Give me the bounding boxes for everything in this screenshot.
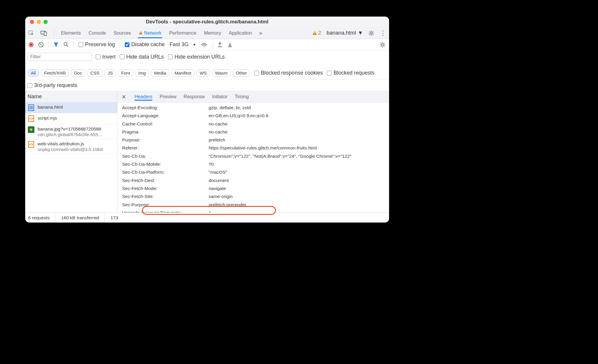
js-icon: <> bbox=[28, 115, 35, 122]
type-pill-other[interactable]: Other bbox=[233, 69, 250, 77]
type-pill-doc[interactable]: Doc bbox=[71, 69, 85, 77]
header-value: ?0 bbox=[209, 160, 214, 168]
main-tabs: Elements Console Sources Network Perform… bbox=[25, 27, 389, 39]
svg-line-13 bbox=[372, 34, 373, 35]
blocked-requests-checkbox[interactable]: Blocked requests bbox=[327, 70, 374, 76]
name-column-header[interactable]: Name bbox=[25, 91, 117, 102]
type-pill-img[interactable]: Img bbox=[135, 69, 149, 77]
svg-line-28 bbox=[381, 46, 381, 46]
tab-network[interactable]: Network bbox=[138, 28, 162, 38]
tab-memory[interactable]: Memory bbox=[203, 28, 222, 38]
type-pill-ws[interactable]: WS bbox=[196, 69, 210, 77]
toolbar-divider-3 bbox=[120, 41, 120, 48]
tab-console[interactable]: Console bbox=[88, 28, 107, 38]
type-pill-font[interactable]: Font bbox=[118, 69, 133, 77]
hide-ext-urls-checkbox[interactable]: Hide extension URLs bbox=[168, 54, 225, 60]
type-pill-wasm[interactable]: Wasm bbox=[212, 69, 231, 77]
request-row[interactable]: banana.jpg?v=1705668720588cdn.glitch.glo… bbox=[25, 124, 117, 139]
throttling-select[interactable]: Fast 3G ▼ bbox=[170, 41, 196, 48]
detail-tab-preview[interactable]: Preview bbox=[159, 93, 176, 101]
header-value: prefetch bbox=[209, 136, 225, 144]
device-toolbar-icon[interactable] bbox=[41, 30, 47, 36]
header-row: Accept-Encoding:gzip, deflate, br, zstd bbox=[122, 104, 389, 112]
throttling-value: Fast 3G bbox=[170, 41, 188, 48]
gear-icon[interactable] bbox=[368, 30, 374, 36]
js-icon: <> bbox=[28, 141, 35, 148]
header-key: Sec-Purpose: bbox=[122, 201, 209, 209]
svg-point-18 bbox=[204, 46, 205, 47]
type-pill-css[interactable]: CSS bbox=[87, 69, 103, 77]
detail-tab-response[interactable]: Response bbox=[183, 93, 205, 101]
tab-sources[interactable]: Sources bbox=[113, 28, 132, 38]
settings-gear-icon[interactable] bbox=[380, 42, 386, 48]
close-details-button[interactable]: ✕ bbox=[121, 94, 126, 100]
more-tabs-icon[interactable]: » bbox=[259, 30, 262, 36]
disable-cache-label: Disable cache bbox=[131, 41, 165, 48]
svg-line-12 bbox=[370, 31, 370, 32]
header-row: Pragma:no-cache bbox=[122, 128, 389, 136]
request-name: banana.html bbox=[38, 104, 63, 110]
type-pill-all[interactable]: All bbox=[28, 69, 39, 77]
kebab-menu-icon[interactable]: ⋮ bbox=[380, 32, 386, 34]
header-key: Sec-Ch-Ua-Mobile: bbox=[122, 160, 209, 168]
type-pill-manifest[interactable]: Manifest bbox=[171, 69, 195, 77]
svg-rect-6 bbox=[314, 34, 315, 35]
invert-label: Invert bbox=[102, 54, 116, 60]
detail-tab-headers[interactable]: Headers bbox=[135, 93, 152, 101]
header-value: "macOS" bbox=[209, 168, 227, 176]
header-row: Cache-Control:no-cache bbox=[122, 120, 389, 128]
invert-checkbox[interactable]: Invert bbox=[96, 54, 116, 60]
header-key: Sec-Fetch-Dest: bbox=[122, 176, 209, 184]
blocked-cookies-checkbox[interactable]: Blocked response cookies bbox=[254, 70, 323, 76]
header-key: Sec-Fetch-Site: bbox=[122, 192, 209, 200]
network-conditions-icon[interactable] bbox=[201, 42, 207, 47]
detail-tab-initiator[interactable]: Initiator bbox=[212, 93, 227, 101]
blocked-requests-label: Blocked requests bbox=[333, 70, 374, 76]
record-button[interactable] bbox=[29, 42, 33, 47]
inspect-icon[interactable] bbox=[28, 30, 34, 36]
header-value: no-cache bbox=[209, 120, 228, 128]
tab-elements[interactable]: Elements bbox=[60, 28, 81, 38]
chevron-down-icon: ▼ bbox=[193, 43, 196, 47]
header-row: Sec-Ch-Ua-Mobile:?0 bbox=[122, 160, 389, 168]
svg-rect-2 bbox=[44, 32, 47, 36]
filter-input[interactable] bbox=[28, 53, 92, 61]
warnings-badge[interactable]: 2 bbox=[312, 30, 321, 36]
header-row: Sec-Fetch-Dest:document bbox=[122, 176, 389, 184]
request-row[interactable]: <>script.mjs bbox=[25, 113, 117, 124]
header-value: en-GB,en-US;q=0.9,en;q=0.8 bbox=[209, 112, 268, 120]
svg-point-7 bbox=[370, 32, 372, 34]
header-row: Upgrade-Insecure-Requests:1 bbox=[122, 209, 389, 212]
header-row: Sec-Purpose:prefetch;prerender bbox=[122, 201, 389, 209]
context-selector[interactable]: banana.html ▼ bbox=[327, 30, 363, 36]
tab-performance[interactable]: Performance bbox=[169, 28, 197, 38]
header-key: Purpose: bbox=[122, 136, 209, 144]
svg-line-17 bbox=[67, 45, 68, 47]
request-row[interactable]: banana.html bbox=[25, 102, 117, 113]
tab-application[interactable]: Application bbox=[228, 28, 252, 38]
third-party-checkbox[interactable]: 3rd-party requests bbox=[28, 82, 387, 88]
upload-har-icon[interactable] bbox=[217, 42, 223, 47]
clear-button[interactable] bbox=[38, 42, 44, 47]
header-value: same-origin bbox=[209, 192, 233, 200]
disable-cache-checkbox[interactable]: Disable cache bbox=[125, 41, 165, 48]
detail-tab-timing[interactable]: Timing bbox=[235, 93, 249, 101]
hide-data-urls-checkbox[interactable]: Hide data URLs bbox=[120, 54, 164, 60]
request-name: script.mjs bbox=[38, 115, 57, 121]
preserve-log-checkbox[interactable]: Preserve log bbox=[79, 41, 115, 48]
type-pill-js[interactable]: JS bbox=[105, 69, 116, 77]
header-key: Upgrade-Insecure-Requests: bbox=[122, 209, 209, 212]
filter-icon[interactable] bbox=[53, 42, 59, 47]
type-pill-media[interactable]: Media bbox=[151, 69, 170, 77]
header-row: Sec-Fetch-Site:same-origin bbox=[122, 192, 389, 200]
detail-tabs: ✕ HeadersPreviewResponseInitiatorTiming bbox=[117, 91, 389, 103]
download-har-icon[interactable] bbox=[227, 42, 233, 47]
header-value: no-cache bbox=[209, 128, 228, 136]
chevron-down-icon: ▼ bbox=[358, 30, 363, 36]
search-icon[interactable] bbox=[63, 42, 69, 47]
request-list: Name banana.html<>script.mjsbanana.jpg?v… bbox=[25, 91, 117, 212]
type-pill-fetchxhr[interactable]: Fetch/XHR bbox=[41, 69, 69, 77]
request-row[interactable]: <>web-vitals.attribution.jsunpkg.com/web… bbox=[25, 139, 117, 154]
status-bar: 6 requests 160 kB transferred 173 bbox=[25, 212, 389, 223]
window-title: DevTools - speculative-rules.glitch.me/b… bbox=[30, 19, 384, 25]
